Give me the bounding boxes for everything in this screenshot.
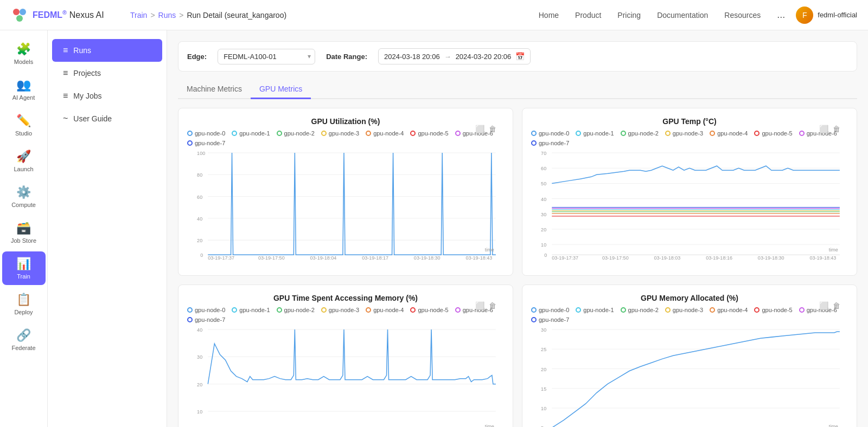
tab-machine-metrics[interactable]: Machine Metrics <box>178 80 251 99</box>
svg-text:100: 100 <box>197 151 205 156</box>
expand-icon-temp[interactable]: ⬜ <box>818 124 829 134</box>
download-icon-utilization[interactable]: 🗑 <box>488 124 497 134</box>
svg-point-2 <box>16 15 23 22</box>
svg-text:03-19-17:37: 03-19-17:37 <box>208 255 234 260</box>
sidebar-item-job-store[interactable]: 🗃️ Job Store <box>2 216 46 249</box>
nav-links: Home Product Pricing Documentation Resou… <box>539 9 786 21</box>
deploy-icon: 📋 <box>16 293 31 307</box>
expand-icon-utilization[interactable]: ⬜ <box>474 124 486 134</box>
secondary-item-runs[interactable]: ≡ Runs <box>52 39 162 62</box>
user-guide-icon: ~ <box>63 114 68 124</box>
logo-text: FEDML® Nexus AI <box>33 9 104 20</box>
svg-text:10: 10 <box>541 406 546 411</box>
chart-gpu-temp: GPU Temp (°C) ⬜ 🗑 gpu-node-0 gpu-node-1 … <box>522 108 857 276</box>
svg-text:40: 40 <box>197 327 202 333</box>
top-nav: FEDML® Nexus AI Train > Runs > Run Detai… <box>0 0 868 30</box>
chart-svg-memory-access: 40 30 20 10 03-19-17:37 03-19-17:50 <box>187 327 504 427</box>
chart-title-temp: GPU Temp (°C) <box>662 117 716 126</box>
secondary-item-my-jobs[interactable]: ≡ My Jobs <box>52 85 162 107</box>
edge-select[interactable]: FEDML-A100-01 <box>218 49 315 64</box>
expand-icon-memory-allocated[interactable]: ⬜ <box>818 300 829 311</box>
nav-more-button[interactable]: ... <box>777 9 785 21</box>
chart-actions-memory-access: ⬜ 🗑 <box>474 300 497 311</box>
svg-text:70: 70 <box>541 151 546 156</box>
legend-utilization: gpu-node-0 gpu-node-1 gpu-node-2 gpu-nod… <box>187 130 504 146</box>
date-to: 2024-03-20 20:06 <box>456 53 512 61</box>
chart-area-utilization: 100 80 60 40 20 0 <box>187 151 504 267</box>
ai-agent-icon: 👥 <box>16 78 31 92</box>
legend-node2: gpu-node-2 <box>277 130 315 137</box>
sidebar-label-launch: Launch <box>14 166 33 172</box>
sidebar-item-deploy[interactable]: 📋 Deploy <box>2 287 46 321</box>
svg-text:time: time <box>829 247 838 253</box>
job-store-icon: 🗃️ <box>16 221 31 235</box>
svg-text:20: 20 <box>197 238 202 243</box>
metrics-tabs: Machine Metrics GPU Metrics <box>178 80 857 99</box>
breadcrumb-runs[interactable]: Runs <box>158 11 176 20</box>
sidebar-item-ai-agent[interactable]: 👥 AI Agent <box>2 73 46 106</box>
sidebar-label-deploy: Deploy <box>14 309 33 315</box>
svg-text:10: 10 <box>197 409 202 415</box>
breadcrumb-sep2: > <box>179 11 183 20</box>
sidebar-item-compute[interactable]: ⚙️ Compute <box>2 180 46 214</box>
svg-text:0: 0 <box>544 253 547 258</box>
legend-memory-access: gpu-node-0 gpu-node-1 gpu-node-2 gpu-nod… <box>187 307 504 323</box>
nav-resources[interactable]: Resources <box>724 11 761 20</box>
legend-mma-node1: gpu-node-1 <box>576 307 614 313</box>
breadcrumb-train[interactable]: Train <box>130 11 147 20</box>
breadcrumb: Train > Runs > Run Detail (seurat_kangar… <box>130 11 528 20</box>
sidebar-label-ai-agent: AI Agent <box>12 94 35 101</box>
svg-text:03-19-18:30: 03-19-18:30 <box>414 255 441 260</box>
svg-text:80: 80 <box>197 172 202 178</box>
legend-mma-node7: gpu-node-7 <box>531 316 569 323</box>
edge-select-wrapper: FEDML-A100-01 <box>218 49 315 64</box>
download-icon-memory-access[interactable]: 🗑 <box>488 300 497 311</box>
nav-documentation[interactable]: Documentation <box>657 11 708 20</box>
sidebar-item-train[interactable]: 📊 Train <box>2 251 46 285</box>
train-icon: 📊 <box>16 257 31 271</box>
legend-mma-node2: gpu-node-2 <box>621 307 659 313</box>
sidebar-item-launch[interactable]: 🚀 Launch <box>2 144 46 178</box>
expand-icon-memory-access[interactable]: ⬜ <box>474 300 486 311</box>
legend-mma-node4: gpu-node-4 <box>710 307 748 313</box>
legend-node1: gpu-node-1 <box>232 130 270 137</box>
download-icon-memory-allocated[interactable]: 🗑 <box>832 300 841 311</box>
legend-mma-node5: gpu-node-5 <box>754 307 792 313</box>
svg-text:03-19-17:37: 03-19-17:37 <box>552 255 578 260</box>
date-range-label: Date Range: <box>326 53 367 61</box>
models-icon: 🧩 <box>16 42 31 56</box>
svg-text:60: 60 <box>541 166 546 171</box>
date-arrow: → <box>444 53 451 61</box>
legend-ma-node5: gpu-node-5 <box>410 307 448 313</box>
chart-svg-utilization: 100 80 60 40 20 0 <box>187 151 504 260</box>
svg-text:03-19-17:50: 03-19-17:50 <box>258 255 285 260</box>
sidebar-item-federate[interactable]: 🔗 Federate <box>2 323 46 357</box>
svg-text:0: 0 <box>200 253 203 258</box>
tab-gpu-metrics[interactable]: GPU Metrics <box>251 80 311 99</box>
nav-product[interactable]: Product <box>575 11 601 20</box>
legend-node3: gpu-node-3 <box>321 130 359 137</box>
user-name: fedml-official <box>818 11 857 19</box>
calendar-icon: 📅 <box>515 52 525 61</box>
svg-text:03-19-18:16: 03-19-18:16 <box>706 255 732 260</box>
nav-pricing[interactable]: Pricing <box>617 11 641 20</box>
secondary-item-projects[interactable]: ≡ Projects <box>52 62 162 85</box>
legend-ma-node1: gpu-node-1 <box>232 307 270 313</box>
date-range-picker[interactable]: 2024-03-18 20:06 → 2024-03-20 20:06 📅 <box>378 48 531 64</box>
user-guide-label: User Guide <box>73 114 112 123</box>
sidebar-item-studio[interactable]: ✏️ Studio <box>2 108 46 142</box>
legend-mma-node0: gpu-node-0 <box>531 307 569 313</box>
svg-text:30: 30 <box>541 327 546 333</box>
download-icon-temp[interactable]: 🗑 <box>832 124 841 134</box>
my-jobs-icon: ≡ <box>63 91 68 101</box>
chart-actions-temp: ⬜ 🗑 <box>818 124 841 134</box>
chart-actions-utilization: ⬜ 🗑 <box>474 124 497 134</box>
legend-temp-node2: gpu-node-2 <box>621 130 659 137</box>
nav-home[interactable]: Home <box>539 11 559 20</box>
sidebar-label-train: Train <box>17 273 30 280</box>
secondary-item-user-guide[interactable]: ~ User Guide <box>52 107 162 130</box>
legend-temp: gpu-node-0 gpu-node-1 gpu-node-2 gpu-nod… <box>531 130 848 146</box>
legend-node0: gpu-node-0 <box>187 130 225 137</box>
sidebar-item-models[interactable]: 🧩 Models <box>2 37 46 70</box>
legend-temp-node7: gpu-node-7 <box>531 140 569 146</box>
